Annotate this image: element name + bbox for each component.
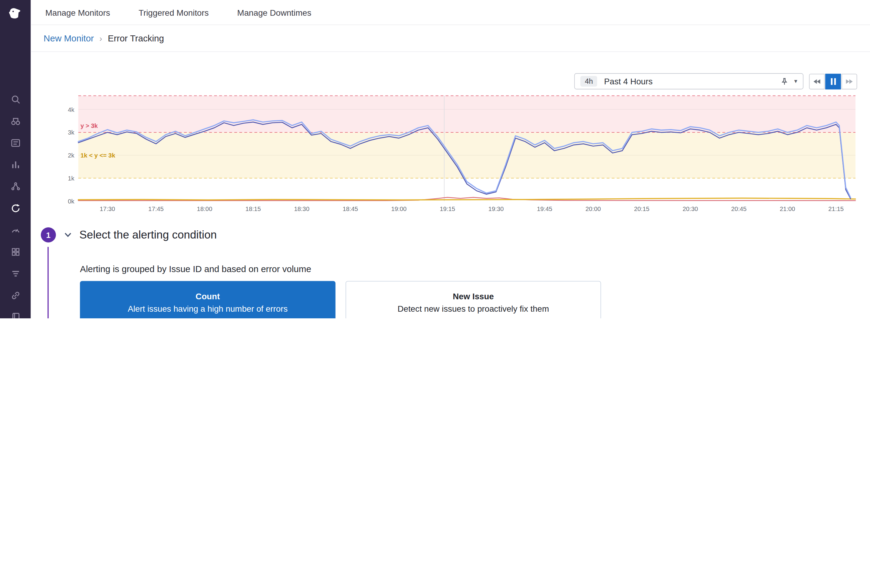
new-issue-card[interactable]: New Issue Detect new issues to proactive… [346,281,601,318]
svg-text:20:45: 20:45 [731,206,746,212]
count-card-title: Count [195,291,220,301]
svg-text:19:45: 19:45 [537,206,552,212]
svg-text:19:00: 19:00 [391,206,407,212]
step-1-header: Select the alerting condition [64,227,217,242]
svg-text:18:15: 18:15 [246,206,261,212]
nav-manage-downtimes[interactable]: Manage Downtimes [237,7,311,17]
new-issue-card-title: New Issue [453,291,494,301]
binoculars-icon[interactable] [10,116,21,127]
time-range-select[interactable]: 4h Past 4 Hours ▾ [574,73,804,89]
apm-gauge-icon[interactable] [10,225,21,236]
svg-text:21:15: 21:15 [828,206,844,212]
alert-condition-cards: Count Alert issues having a high number … [80,281,601,318]
count-card-subtitle: Alert issues having a high number of err… [128,304,288,313]
time-range-short-badge: 4h [580,76,597,86]
main-content: 4h Past 4 Hours ▾ y > 3k1 [31,52,870,318]
svg-text:3k: 3k [68,129,74,136]
svg-text:20:00: 20:00 [585,206,601,212]
step-1-badge: 1 [41,227,56,242]
rewind-button[interactable] [809,73,825,89]
datadog-logo[interactable] [0,2,31,27]
chart-canvas[interactable]: y > 3k1k < y <= 3k4k3k2k1k0k17:3017:4518… [56,92,861,218]
svg-text:0k: 0k [68,198,74,205]
playback-buttons [809,73,857,89]
svg-text:4k: 4k [68,106,74,113]
count-card[interactable]: Count Alert issues having a high number … [80,281,335,318]
search-icon[interactable] [10,94,21,105]
sidebar [0,0,31,318]
new-issue-card-subtitle: Detect new issues to proactively fix the… [398,304,549,313]
metrics-chart-icon[interactable] [10,159,21,171]
step-1-title: Select the alerting condition [79,229,217,241]
svg-text:19:15: 19:15 [440,206,455,212]
nav-triggered-monitors[interactable]: Triggered Monitors [139,7,209,17]
alerting-grouped-description: Alerting is grouped by Issue ID and base… [80,264,311,274]
top-nav: Manage Monitors Triggered Monitors Manag… [31,0,870,25]
forward-button[interactable] [842,73,857,89]
sidebar-nav [0,94,31,318]
time-range-label: Past 4 Hours [604,76,781,86]
svg-text:17:30: 17:30 [100,206,115,212]
error-volume-chart[interactable]: y > 3k1k < y <= 3k4k3k2k1k0k17:3017:4518… [56,92,861,218]
svg-text:1k < y <= 3k: 1k < y <= 3k [80,152,115,159]
svg-text:20:15: 20:15 [634,206,650,212]
svg-text:21:00: 21:00 [780,206,795,212]
svg-text:17:45: 17:45 [148,206,164,212]
collapse-chevron-icon[interactable] [64,233,72,238]
breadcrumb-separator: › [100,34,102,43]
breadcrumb: New Monitor › Error Tracking [31,25,870,52]
events-feed-icon[interactable] [10,138,21,149]
link-icon[interactable] [10,290,21,301]
time-controls: 4h Past 4 Hours ▾ [574,73,857,89]
svg-text:18:45: 18:45 [343,206,358,212]
pin-icon[interactable] [781,77,789,85]
svg-text:18:00: 18:00 [197,206,212,212]
svg-text:2k: 2k [68,152,74,159]
app-window: Manage Monitors Triggered Monitors Manag… [0,0,870,318]
notebook-icon[interactable] [10,312,21,318]
chevron-down-icon[interactable]: ▾ [794,78,797,85]
nav-manage-monitors[interactable]: Manage Monitors [45,7,110,17]
pause-button[interactable] [825,73,841,89]
svg-text:y > 3k: y > 3k [80,122,98,129]
pipelines-filter-icon[interactable] [10,268,21,279]
breadcrumb-new-monitor-link[interactable]: New Monitor [43,33,94,43]
svg-text:18:30: 18:30 [294,206,310,212]
integrations-blocks-icon[interactable] [10,246,21,258]
svg-text:20:30: 20:30 [683,206,698,212]
network-map-icon[interactable] [10,181,21,192]
page-title: Error Tracking [108,33,164,43]
svg-text:1k: 1k [68,175,74,182]
watchdog-icon[interactable] [10,203,21,214]
step-connector-line [48,247,49,318]
svg-text:19:30: 19:30 [489,206,504,212]
